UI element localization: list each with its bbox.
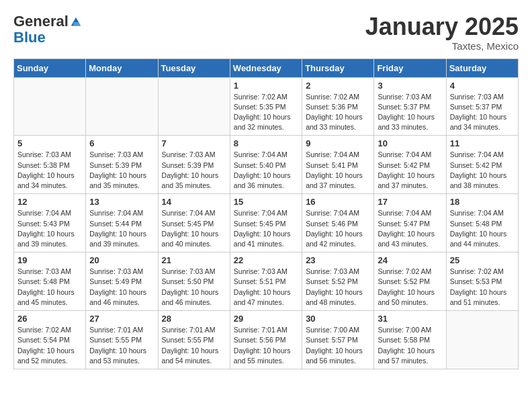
day-number: 6: [89, 138, 154, 148]
day-info: Sunrise: 7:00 AM Sunset: 5:57 PM Dayligh…: [306, 325, 370, 366]
table-row: 13Sunrise: 7:04 AM Sunset: 5:44 PM Dayli…: [86, 194, 158, 253]
table-row: 27Sunrise: 7:01 AM Sunset: 5:55 PM Dayli…: [86, 311, 158, 369]
calendar-week-row: 19Sunrise: 7:03 AM Sunset: 5:48 PM Dayli…: [14, 253, 519, 311]
day-info: Sunrise: 7:01 AM Sunset: 5:55 PM Dayligh…: [162, 325, 226, 366]
calendar-header-row: Sunday Monday Tuesday Wednesday Thursday…: [14, 58, 519, 77]
day-number: 20: [89, 255, 154, 265]
table-row: 31Sunrise: 7:00 AM Sunset: 5:58 PM Dayli…: [374, 311, 446, 369]
table-row: 22Sunrise: 7:03 AM Sunset: 5:51 PM Dayli…: [230, 253, 302, 311]
table-row: 17Sunrise: 7:04 AM Sunset: 5:47 PM Dayli…: [374, 194, 446, 253]
table-row: [14, 77, 86, 136]
day-number: 2: [306, 81, 370, 91]
day-info: Sunrise: 7:04 AM Sunset: 5:44 PM Dayligh…: [89, 208, 154, 249]
table-row: [446, 311, 518, 369]
day-info: Sunrise: 7:03 AM Sunset: 5:37 PM Dayligh…: [378, 92, 442, 133]
table-row: 9Sunrise: 7:04 AM Sunset: 5:41 PM Daylig…: [302, 136, 374, 194]
day-number: 12: [17, 197, 82, 207]
table-row: 15Sunrise: 7:04 AM Sunset: 5:45 PM Dayli…: [230, 194, 302, 253]
table-row: 26Sunrise: 7:02 AM Sunset: 5:54 PM Dayli…: [14, 311, 86, 369]
day-number: 23: [306, 255, 370, 265]
day-info: Sunrise: 7:04 AM Sunset: 5:43 PM Dayligh…: [17, 208, 82, 249]
calendar-week-row: 1Sunrise: 7:02 AM Sunset: 5:35 PM Daylig…: [14, 77, 519, 136]
table-row: 24Sunrise: 7:02 AM Sunset: 5:52 PM Dayli…: [374, 253, 446, 311]
day-info: Sunrise: 7:03 AM Sunset: 5:48 PM Dayligh…: [17, 267, 82, 308]
day-number: 24: [378, 255, 442, 265]
day-number: 11: [450, 138, 515, 148]
table-row: 30Sunrise: 7:00 AM Sunset: 5:57 PM Dayli…: [302, 311, 374, 369]
day-info: Sunrise: 7:04 AM Sunset: 5:42 PM Dayligh…: [378, 150, 442, 191]
day-info: Sunrise: 7:02 AM Sunset: 5:53 PM Dayligh…: [450, 267, 515, 308]
day-info: Sunrise: 7:02 AM Sunset: 5:36 PM Dayligh…: [306, 92, 370, 133]
logo-blue: Blue: [13, 30, 82, 46]
day-number: 15: [234, 197, 298, 207]
table-row: 5Sunrise: 7:03 AM Sunset: 5:38 PM Daylig…: [14, 136, 86, 194]
day-info: Sunrise: 7:02 AM Sunset: 5:35 PM Dayligh…: [234, 92, 298, 133]
day-number: 7: [162, 138, 226, 148]
day-number: 4: [450, 81, 515, 91]
table-row: 23Sunrise: 7:03 AM Sunset: 5:52 PM Dayli…: [302, 253, 374, 311]
table-row: 3Sunrise: 7:03 AM Sunset: 5:37 PM Daylig…: [374, 77, 446, 136]
day-info: Sunrise: 7:03 AM Sunset: 5:39 PM Dayligh…: [89, 150, 154, 191]
table-row: 14Sunrise: 7:04 AM Sunset: 5:45 PM Dayli…: [158, 194, 230, 253]
logo-icon: [70, 16, 82, 28]
col-wednesday: Wednesday: [230, 58, 302, 77]
day-number: 19: [17, 255, 82, 265]
day-info: Sunrise: 7:03 AM Sunset: 5:37 PM Dayligh…: [450, 92, 515, 133]
day-info: Sunrise: 7:04 AM Sunset: 5:45 PM Dayligh…: [162, 208, 226, 249]
day-number: 30: [306, 314, 370, 324]
day-info: Sunrise: 7:04 AM Sunset: 5:47 PM Dayligh…: [378, 208, 442, 249]
table-row: 25Sunrise: 7:02 AM Sunset: 5:53 PM Dayli…: [446, 253, 518, 311]
day-number: 10: [378, 138, 442, 148]
calendar-week-row: 12Sunrise: 7:04 AM Sunset: 5:43 PM Dayli…: [14, 194, 519, 253]
header: General Blue January 2025 Taxtes, Mexico: [13, 13, 519, 52]
day-number: 14: [162, 197, 226, 207]
day-number: 27: [89, 314, 154, 324]
day-info: Sunrise: 7:04 AM Sunset: 5:45 PM Dayligh…: [234, 208, 298, 249]
day-number: 1: [234, 81, 298, 91]
day-info: Sunrise: 7:03 AM Sunset: 5:51 PM Dayligh…: [234, 267, 298, 308]
calendar-week-row: 5Sunrise: 7:03 AM Sunset: 5:38 PM Daylig…: [14, 136, 519, 194]
day-number: 16: [306, 197, 370, 207]
day-info: Sunrise: 7:03 AM Sunset: 5:52 PM Dayligh…: [306, 267, 370, 308]
table-row: 19Sunrise: 7:03 AM Sunset: 5:48 PM Dayli…: [14, 253, 86, 311]
table-row: 11Sunrise: 7:04 AM Sunset: 5:42 PM Dayli…: [446, 136, 518, 194]
col-friday: Friday: [374, 58, 446, 77]
table-row: 1Sunrise: 7:02 AM Sunset: 5:35 PM Daylig…: [230, 77, 302, 136]
logo-text: General Blue: [13, 13, 82, 46]
day-info: Sunrise: 7:04 AM Sunset: 5:48 PM Dayligh…: [450, 208, 515, 249]
col-monday: Monday: [86, 58, 158, 77]
table-row: 8Sunrise: 7:04 AM Sunset: 5:40 PM Daylig…: [230, 136, 302, 194]
col-saturday: Saturday: [446, 58, 518, 77]
col-sunday: Sunday: [14, 58, 86, 77]
day-number: 31: [378, 314, 442, 324]
logo-general: General: [13, 13, 69, 30]
day-info: Sunrise: 7:04 AM Sunset: 5:46 PM Dayligh…: [306, 208, 370, 249]
day-number: 29: [234, 314, 298, 324]
day-number: 8: [234, 138, 298, 148]
day-number: 17: [378, 197, 442, 207]
calendar-week-row: 26Sunrise: 7:02 AM Sunset: 5:54 PM Dayli…: [14, 311, 519, 369]
day-info: Sunrise: 7:02 AM Sunset: 5:52 PM Dayligh…: [378, 267, 442, 308]
day-info: Sunrise: 7:03 AM Sunset: 5:49 PM Dayligh…: [89, 267, 154, 308]
table-row: 18Sunrise: 7:04 AM Sunset: 5:48 PM Dayli…: [446, 194, 518, 253]
day-number: 21: [162, 255, 226, 265]
day-number: 5: [17, 138, 82, 148]
title-block: January 2025 Taxtes, Mexico: [365, 13, 519, 52]
table-row: 21Sunrise: 7:03 AM Sunset: 5:50 PM Dayli…: [158, 253, 230, 311]
day-number: 26: [17, 314, 82, 324]
day-info: Sunrise: 7:02 AM Sunset: 5:54 PM Dayligh…: [17, 325, 82, 366]
day-info: Sunrise: 7:00 AM Sunset: 5:58 PM Dayligh…: [378, 325, 442, 366]
calendar: Sunday Monday Tuesday Wednesday Thursday…: [13, 58, 519, 369]
day-number: 9: [306, 138, 370, 148]
table-row: 29Sunrise: 7:01 AM Sunset: 5:56 PM Dayli…: [230, 311, 302, 369]
day-info: Sunrise: 7:04 AM Sunset: 5:41 PM Dayligh…: [306, 150, 370, 191]
logo: General Blue: [13, 13, 82, 46]
day-info: Sunrise: 7:03 AM Sunset: 5:50 PM Dayligh…: [162, 267, 226, 308]
table-row: 12Sunrise: 7:04 AM Sunset: 5:43 PM Dayli…: [14, 194, 86, 253]
table-row: 10Sunrise: 7:04 AM Sunset: 5:42 PM Dayli…: [374, 136, 446, 194]
table-row: 28Sunrise: 7:01 AM Sunset: 5:55 PM Dayli…: [158, 311, 230, 369]
day-info: Sunrise: 7:01 AM Sunset: 5:56 PM Dayligh…: [234, 325, 298, 366]
table-row: 2Sunrise: 7:02 AM Sunset: 5:36 PM Daylig…: [302, 77, 374, 136]
table-row: 20Sunrise: 7:03 AM Sunset: 5:49 PM Dayli…: [86, 253, 158, 311]
location: Taxtes, Mexico: [365, 40, 519, 52]
